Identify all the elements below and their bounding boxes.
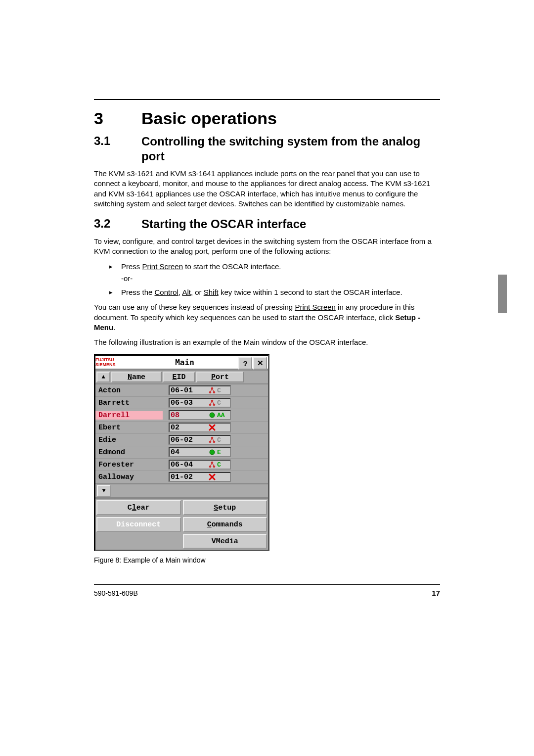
status-icon — [207, 473, 217, 480]
status-tag: C — [217, 461, 227, 469]
status-icon — [207, 424, 217, 431]
cell-port: 02 — [163, 423, 207, 432]
section-title: Starting the OSCAR interface — [141, 217, 306, 232]
table-row[interactable]: Forester06-04C — [95, 459, 268, 471]
oscar-titlebar: FUJITSU SIEMENS Main ? ✕ — [95, 356, 268, 370]
column-eid[interactable]: EID — [163, 372, 195, 382]
cell-name: Ebert — [95, 424, 163, 432]
status-icon — [207, 436, 217, 444]
page-footer: 590-591-609B 17 — [94, 581, 440, 598]
page-content: 3 Basic operations 3.1 Controlling the s… — [94, 99, 440, 564]
status-icon — [207, 461, 217, 469]
status-tag: C — [217, 436, 227, 444]
thumb-index-tab — [498, 275, 507, 313]
chapter-number: 3 — [94, 109, 141, 128]
table-row[interactable]: Barrett06-03C — [95, 397, 268, 409]
status-tag: AA — [217, 412, 227, 419]
section-title: Controlling the switching system from th… — [141, 134, 440, 164]
help-button[interactable]: ? — [238, 357, 252, 370]
table-row[interactable]: Edmond04E — [95, 446, 268, 459]
sort-up-button[interactable]: ▲ — [96, 372, 110, 382]
oscar-scroll-row: ▼ — [95, 483, 268, 498]
section-number: 3.2 — [94, 217, 141, 231]
cell-port: 06-02 — [163, 435, 207, 445]
cell-name: Darrell — [95, 411, 163, 420]
section-3-1-paragraph: The KVM s3-1621 and KVM s3-1641 applianc… — [94, 169, 440, 209]
table-row[interactable]: Ebert02 — [95, 422, 268, 434]
status-icon — [207, 399, 217, 407]
cell-name: Barrett — [95, 399, 163, 407]
chapter-heading: 3 Basic operations — [94, 109, 440, 128]
status-icon — [207, 386, 217, 394]
section-3-2-intro: To view, configure, and control target d… — [94, 236, 440, 257]
cell-name: Edie — [95, 436, 163, 444]
status-tag: E — [217, 449, 227, 456]
vmedia-button[interactable]: VMedia — [183, 534, 267, 549]
table-row[interactable]: Darrell08AA — [95, 409, 268, 422]
chapter-title: Basic operations — [141, 109, 277, 128]
section-3-2-heading: 3.2 Starting the OSCAR interface — [94, 217, 440, 232]
section-3-2-paragraph-2: You can use any of these key sequences i… — [94, 302, 440, 332]
page-number: 17 — [432, 589, 440, 597]
setup-button[interactable]: Setup — [183, 500, 267, 515]
table-row[interactable]: Acton06-01C — [95, 384, 268, 397]
column-name[interactable]: Name — [111, 372, 162, 382]
cell-name: Forester — [95, 461, 163, 469]
section-3-2-paragraph-3: The following illustration is an example… — [94, 337, 440, 347]
column-port[interactable]: Port — [196, 372, 244, 382]
section-number: 3.1 — [94, 134, 141, 148]
oscar-buttons: Clear Setup Disconnect Commands VMedia — [95, 498, 268, 550]
cell-port: 06-01 — [163, 385, 207, 395]
disconnect-button[interactable]: Disconnect — [96, 517, 181, 532]
list-item: Press Print Screen to start the OSCAR in… — [121, 262, 440, 284]
oscar-rows: Acton06-01CBarrett06-03CDarrell08AAEbert… — [95, 384, 268, 483]
status-icon — [207, 412, 217, 419]
commands-button[interactable]: Commands — [183, 517, 267, 532]
table-row[interactable]: Edie06-02C — [95, 434, 268, 446]
status-tag: C — [217, 387, 227, 394]
section-3-2-list: Press Print Screen to start the OSCAR in… — [94, 262, 440, 298]
fujitsu-siemens-logo: FUJITSU SIEMENS — [95, 356, 131, 369]
cell-name: Galloway — [95, 473, 163, 481]
oscar-title: Main — [131, 356, 238, 369]
cell-name: Edmond — [95, 448, 163, 457]
svg-point-10 — [210, 450, 215, 455]
section-3-1-heading: 3.1 Controlling the switching system fro… — [94, 134, 440, 164]
status-icon — [207, 449, 217, 456]
table-row[interactable]: Galloway01-02 — [95, 471, 268, 483]
oscar-column-headers: ▲ Name EID Port — [95, 370, 268, 384]
cell-port: 01-02 — [163, 472, 207, 482]
cell-port: 04 — [163, 447, 207, 457]
oscar-window: FUJITSU SIEMENS Main ? ✕ ▲ Name EID Port… — [94, 354, 269, 551]
cell-port: 06-03 — [163, 398, 207, 408]
figure-caption: Figure 8: Example of a Main window — [94, 556, 440, 564]
cell-name: Acton — [95, 386, 163, 395]
sort-down-button[interactable]: ▼ — [97, 485, 111, 497]
status-tag: C — [217, 399, 227, 407]
close-button[interactable]: ✕ — [253, 357, 267, 370]
clear-button[interactable]: Clear — [96, 500, 181, 515]
list-item: Press the Control, Alt, or Shift key twi… — [121, 287, 440, 297]
doc-number: 590-591-609B — [94, 589, 138, 597]
svg-point-6 — [210, 413, 215, 418]
cell-port: 06-04 — [163, 460, 207, 470]
cell-port: 08 — [163, 410, 207, 420]
